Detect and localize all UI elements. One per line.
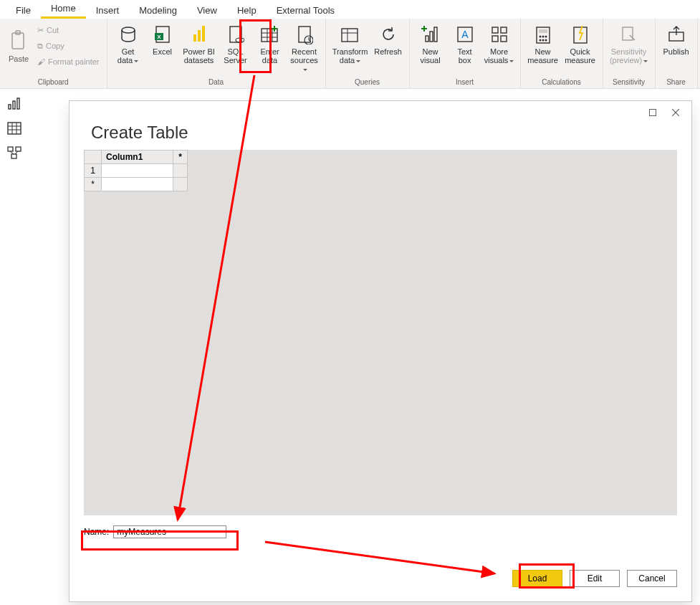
ribbon-group-data: Get data X Excel Power BI datasets SQL S… (107, 19, 326, 88)
svg-rect-45 (623, 27, 633, 40)
refresh-label: Refresh (374, 47, 402, 56)
get-data-label: Get data (118, 47, 138, 65)
excel-button[interactable]: X Excel (146, 20, 179, 73)
ribbon-group-insert: New visual A Text box More visuals Inser… (410, 19, 521, 88)
new-visual-icon (421, 23, 440, 46)
transform-data-button[interactable]: Transform data (330, 20, 370, 73)
svg-text:A: A (461, 29, 469, 40)
tab-file[interactable]: File (6, 2, 41, 19)
left-nav (0, 89, 29, 159)
excel-icon: X (154, 23, 171, 46)
svg-point-43 (545, 39, 547, 42)
new-measure-button[interactable]: New measure (525, 20, 561, 73)
svg-rect-6 (193, 34, 196, 42)
svg-rect-33 (501, 27, 507, 33)
add-column[interactable]: * (173, 151, 188, 164)
select-all-corner[interactable] (85, 151, 102, 164)
text-box-button[interactable]: A Text box (449, 20, 481, 73)
data-view-icon[interactable] (7, 122, 21, 135)
svg-rect-56 (16, 147, 21, 151)
cut-icon: ✂ (37, 26, 44, 35)
new-visual-label: New visual (420, 47, 440, 65)
transform-data-label: Transform data (332, 47, 368, 65)
svg-point-10 (236, 38, 244, 42)
sensitivity-group-label: Sensitivity (608, 77, 651, 88)
svg-rect-50 (8, 123, 21, 134)
svg-point-38 (539, 36, 541, 38)
cell-addrow-addcol (173, 178, 188, 191)
copy-icon: ⧉ (37, 42, 43, 51)
model-view-icon[interactable] (7, 146, 21, 159)
sql-server-label: SQL Server (224, 47, 246, 65)
pbi-datasets-button[interactable]: Power BI datasets (181, 20, 218, 73)
quick-measure-button[interactable]: Quick measure (562, 20, 598, 73)
create-table-dialog: Create Table Column1 * 1 * Name: Load (69, 100, 692, 602)
data-group-label: Data (112, 77, 321, 88)
tab-view[interactable]: View (187, 2, 227, 19)
dialog-title: Create Table (69, 123, 691, 150)
more-visuals-button[interactable]: More visuals (483, 20, 516, 73)
share-group-label: Share (660, 77, 693, 88)
svg-rect-35 (501, 36, 507, 42)
maximize-button[interactable] (643, 104, 663, 121)
svg-text:X: X (157, 34, 161, 40)
svg-point-40 (545, 36, 547, 38)
format-painter-label: Format painter (48, 57, 100, 66)
row-header-1[interactable]: 1 (85, 164, 102, 178)
ribbon-group-queries: Transform data Refresh Queries (326, 19, 410, 88)
quick-measure-label: Quick measure (565, 47, 595, 65)
cut-button[interactable]: ✂ Cut (34, 23, 102, 37)
paste-label: Paste (9, 54, 29, 63)
data-grid[interactable]: Column1 * 1 * (84, 150, 677, 515)
tab-home[interactable]: Home (41, 0, 86, 19)
close-button[interactable] (666, 104, 686, 121)
svg-point-39 (542, 36, 544, 38)
sensitivity-label: Sensitivity (preview) (610, 47, 648, 65)
ribbon-group-clipboard: Paste ✂ Cut ⧉ Copy 🖌 Format painter Clip… (0, 19, 107, 88)
svg-point-42 (542, 39, 544, 42)
edit-button[interactable]: Edit (570, 570, 620, 587)
sensitivity-button[interactable]: Sensitivity (preview) (608, 20, 651, 73)
format-painter-button[interactable]: 🖌 Format painter (34, 54, 102, 69)
cell-r1c1[interactable] (102, 164, 173, 178)
svg-rect-34 (492, 36, 498, 42)
svg-rect-60 (650, 110, 656, 116)
sql-server-icon (227, 23, 244, 46)
format-painter-icon: 🖌 (37, 57, 45, 66)
paste-button[interactable]: Paste (4, 20, 33, 73)
svg-rect-7 (198, 30, 201, 42)
sql-server-button[interactable]: SQL Server (219, 20, 252, 73)
svg-rect-55 (8, 147, 13, 151)
tab-insert[interactable]: Insert (86, 2, 130, 19)
clipboard-group-label: Clipboard (4, 77, 102, 88)
cell-r1-addcol (173, 164, 188, 178)
excel-label: Excel (153, 47, 172, 56)
pbi-datasets-label: Power BI datasets (183, 47, 215, 65)
refresh-button[interactable]: Refresh (372, 20, 405, 73)
copy-button[interactable]: ⧉ Copy (34, 39, 102, 53)
tab-help[interactable]: Help (227, 2, 267, 19)
get-data-button[interactable]: Get data (112, 20, 145, 73)
ribbon-group-share: Publish Share (656, 19, 698, 88)
tab-external-tools[interactable]: External Tools (267, 2, 345, 19)
add-row[interactable]: * (85, 178, 102, 191)
publish-button[interactable]: Publish (660, 20, 693, 73)
enter-data-button[interactable]: Enter data (254, 20, 287, 73)
ribbon-group-sensitivity: Sensitivity (preview) Sensitivity (603, 19, 656, 88)
new-visual-button[interactable]: New visual (414, 20, 447, 73)
svg-rect-22 (342, 29, 358, 42)
load-button[interactable]: Load (512, 570, 562, 587)
report-view-icon[interactable] (7, 97, 21, 110)
more-visuals-label: More visuals (484, 47, 514, 65)
new-measure-label: New measure (527, 47, 558, 65)
pbi-datasets-icon (189, 23, 209, 46)
recent-sources-button[interactable]: Recent sources (288, 20, 321, 73)
cancel-button[interactable]: Cancel (627, 570, 677, 587)
enter-data-icon (260, 23, 280, 46)
svg-rect-27 (434, 27, 437, 42)
column-header-1[interactable]: Column1 (102, 151, 173, 164)
tab-modeling[interactable]: Modeling (129, 2, 187, 19)
calculations-group-label: Calculations (525, 77, 598, 88)
quick-measure-icon (571, 23, 590, 46)
table-name-input[interactable] (113, 525, 226, 538)
